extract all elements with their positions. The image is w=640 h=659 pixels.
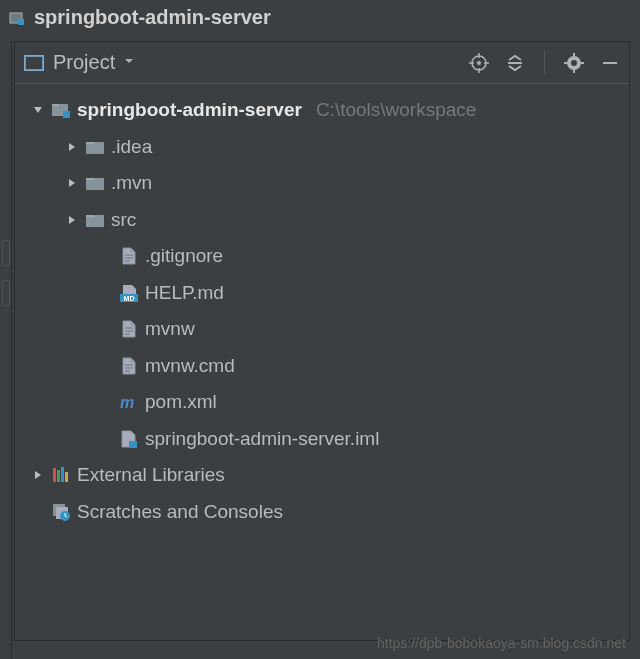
markdown-icon: MD (119, 283, 139, 303)
svg-rect-13 (564, 62, 568, 64)
file-icon (119, 319, 139, 339)
module-folder-icon (51, 100, 71, 120)
collapse-all-icon[interactable] (504, 52, 526, 74)
svg-text:MD: MD (124, 295, 135, 302)
tree-root[interactable]: springboot-admin-server C:\tools\workspa… (19, 92, 625, 129)
tree-item-label: src (111, 206, 136, 235)
svg-rect-34 (53, 468, 56, 482)
maven-icon: m (119, 392, 139, 412)
svg-rect-36 (61, 467, 64, 482)
collapse-arrow-icon[interactable] (65, 141, 79, 153)
chevron-down-icon[interactable] (123, 55, 135, 70)
watermark-text: https://dpb-bobokaoya-sm.blog.csdn.net (377, 635, 626, 651)
tree-item-label: pom.xml (145, 388, 217, 417)
tree-folder-idea[interactable]: .idea (19, 129, 625, 166)
project-view-icon[interactable] (23, 52, 45, 74)
folder-icon (85, 137, 105, 157)
view-selector-label[interactable]: Project (53, 51, 115, 74)
tree-folder-src[interactable]: src (19, 202, 625, 239)
svg-text:m: m (120, 394, 134, 411)
collapse-arrow-icon[interactable] (65, 177, 79, 189)
window-title: springboot-admin-server (34, 6, 271, 29)
tree-item-label: springboot-admin-server.iml (145, 425, 379, 454)
svg-rect-14 (580, 62, 584, 64)
svg-rect-1 (18, 19, 24, 25)
tree-item-label: HELP.md (145, 279, 224, 308)
tree-folder-mvn[interactable]: .mvn (19, 165, 625, 202)
tree-file-mvnw[interactable]: ▸ mvnw (19, 311, 625, 348)
tree-file-help-md[interactable]: ▸ MD HELP.md (19, 275, 625, 312)
tree-item-label: External Libraries (77, 461, 225, 490)
collapse-arrow-icon[interactable] (65, 214, 79, 226)
svg-rect-15 (603, 62, 617, 64)
tree-item-label: Scratches and Consoles (77, 498, 283, 527)
svg-rect-35 (57, 470, 60, 482)
module-icon (8, 9, 26, 27)
scratches-icon (51, 502, 71, 522)
title-bar: springboot-admin-server (0, 0, 640, 35)
svg-rect-17 (63, 111, 70, 118)
folder-icon (85, 173, 105, 193)
project-panel: Project (14, 41, 630, 641)
project-tree[interactable]: springboot-admin-server C:\tools\workspa… (15, 84, 629, 538)
file-icon (119, 246, 139, 266)
svg-rect-33 (129, 441, 137, 448)
hide-icon[interactable] (599, 52, 621, 74)
svg-rect-3 (26, 57, 42, 69)
svg-rect-37 (65, 472, 68, 482)
tree-external-libraries[interactable]: External Libraries (19, 457, 625, 494)
locate-icon[interactable] (468, 52, 490, 74)
file-icon (119, 356, 139, 376)
project-toolbar: Project (15, 42, 629, 84)
toolbar-divider (544, 51, 545, 75)
expand-arrow-icon[interactable] (31, 104, 45, 116)
tree-file-gitignore[interactable]: ▸ .gitignore (19, 238, 625, 275)
tree-item-label: .mvn (111, 169, 152, 198)
svg-rect-12 (573, 69, 575, 73)
tree-scratches[interactable]: ▸ Scratches and Consoles (19, 494, 625, 531)
tree-item-label: mvnw (145, 315, 195, 344)
tree-file-pom-xml[interactable]: ▸ m pom.xml (19, 384, 625, 421)
tree-file-iml[interactable]: ▸ springboot-admin-server.iml (19, 421, 625, 458)
tree-item-label: .idea (111, 133, 152, 162)
gear-icon[interactable] (563, 52, 585, 74)
root-path: C:\tools\workspace (316, 96, 477, 125)
iml-icon (119, 429, 139, 449)
tree-item-label: .gitignore (145, 242, 223, 271)
svg-point-5 (477, 61, 481, 65)
svg-rect-11 (573, 53, 575, 57)
left-gutter (0, 40, 12, 659)
folder-icon (85, 210, 105, 230)
tree-file-mvnw-cmd[interactable]: ▸ mvnw.cmd (19, 348, 625, 385)
tree-item-label: mvnw.cmd (145, 352, 235, 381)
libraries-icon (51, 465, 71, 485)
collapse-arrow-icon[interactable] (31, 469, 45, 481)
root-name: springboot-admin-server (77, 96, 302, 125)
